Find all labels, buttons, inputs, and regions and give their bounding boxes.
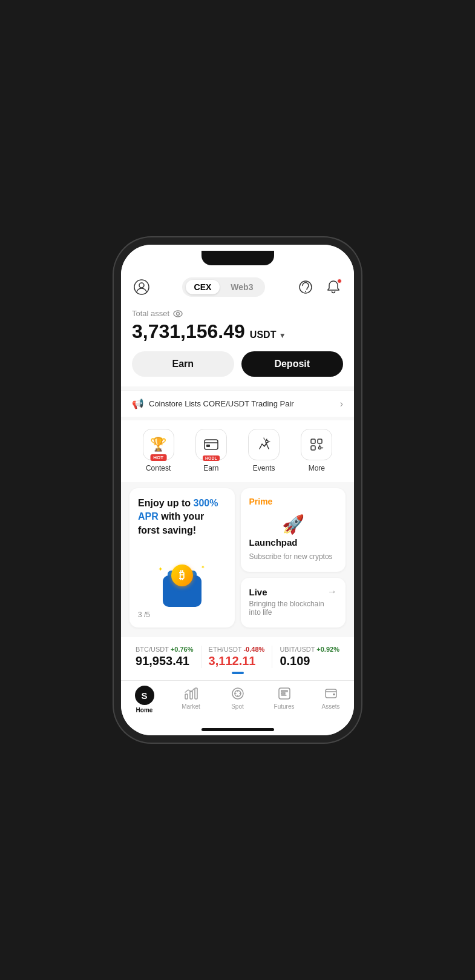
price-ticker: BTC/USDT +0.76% 91,953.41 ETH/USDT -0.48… bbox=[121, 637, 354, 680]
announcement-banner[interactable]: 📢 Coinstore Lists CORE/USDT Trading Pair… bbox=[121, 390, 354, 417]
svg-rect-11 bbox=[311, 446, 315, 450]
asset-currency: USDT ▼ bbox=[250, 329, 286, 340]
futures-label: Futures bbox=[274, 703, 295, 710]
scroll-indicator bbox=[232, 672, 244, 674]
svg-rect-20 bbox=[333, 694, 335, 695]
live-card-header: Live → bbox=[249, 586, 338, 597]
svg-point-3 bbox=[305, 291, 306, 292]
bitcoin-wallet-illustration: ✦ ✦ ₿ bbox=[138, 564, 226, 607]
svg-rect-14 bbox=[190, 691, 192, 699]
svg-rect-15 bbox=[195, 688, 197, 699]
notification-button[interactable] bbox=[324, 277, 343, 297]
asset-amount: 3,731,156.49 USDT ▼ bbox=[132, 320, 343, 343]
page-dot bbox=[132, 668, 343, 678]
profile-button[interactable] bbox=[132, 277, 151, 297]
earn-icon: HODL bbox=[195, 429, 227, 460]
earn-promo-card[interactable]: Enjoy up to 300% APR with your forst sav… bbox=[129, 488, 235, 627]
more-icon bbox=[301, 429, 332, 460]
apr-highlight: 300% APR bbox=[138, 498, 218, 521]
svg-rect-6 bbox=[205, 440, 218, 449]
exchange-toggle[interactable]: CEX Web3 bbox=[182, 277, 266, 297]
sparkle-2: ✦ bbox=[201, 564, 205, 570]
support-button[interactable] bbox=[296, 277, 315, 297]
eth-price: 3,112.11 bbox=[209, 654, 265, 668]
svg-rect-9 bbox=[311, 439, 315, 443]
app-content: CEX Web3 bbox=[121, 271, 354, 680]
assets-label: Assets bbox=[321, 703, 339, 710]
spot-label: Spot bbox=[231, 703, 244, 710]
nav-assets[interactable]: Assets bbox=[307, 686, 354, 713]
svg-rect-7 bbox=[206, 445, 210, 447]
live-arrow: → bbox=[327, 586, 337, 597]
ticker-row: BTC/USDT +0.76% 91,953.41 ETH/USDT -0.48… bbox=[132, 646, 343, 668]
market-icon bbox=[183, 686, 199, 701]
earn-button[interactable]: Earn bbox=[132, 351, 234, 377]
eth-ticker[interactable]: ETH/USDT -0.48% 3,112.11 bbox=[209, 646, 265, 668]
btc-price: 91,953.41 bbox=[136, 654, 193, 668]
home-indicator bbox=[121, 723, 354, 735]
currency-dropdown[interactable]: ▼ bbox=[279, 331, 286, 340]
quick-item-events[interactable]: Events bbox=[248, 429, 280, 472]
quick-links: 🏆 HOT Contest HODL Earn bbox=[121, 420, 354, 482]
status-bar bbox=[121, 245, 354, 271]
more-label: More bbox=[309, 464, 325, 472]
bitcoin-coin: ₿ bbox=[171, 564, 193, 586]
web3-tab[interactable]: Web3 bbox=[222, 280, 261, 294]
quick-item-earn[interactable]: HODL Earn bbox=[195, 429, 227, 472]
svg-point-8 bbox=[266, 440, 268, 443]
quick-item-contest[interactable]: 🏆 HOT Contest bbox=[143, 429, 174, 472]
home-icon: S bbox=[135, 686, 154, 705]
events-icon bbox=[248, 429, 280, 460]
sparkle-1: ✦ bbox=[158, 566, 163, 572]
asset-label: Total asset bbox=[132, 309, 343, 318]
live-title: Live bbox=[249, 587, 267, 597]
header: CEX Web3 bbox=[121, 271, 354, 302]
svg-point-5 bbox=[177, 312, 180, 315]
svg-point-1 bbox=[139, 283, 144, 288]
home-bar bbox=[201, 728, 274, 731]
rocket-icon: 🚀 bbox=[249, 514, 338, 535]
earn-card-title: Enjoy up to 300% APR with your forst sav… bbox=[138, 497, 226, 537]
svg-point-16 bbox=[232, 688, 243, 699]
card-counter: 3 /5 bbox=[138, 611, 226, 619]
contest-label: Contest bbox=[146, 464, 171, 472]
cards-section: Enjoy up to 300% APR with your forst sav… bbox=[121, 482, 354, 634]
launchpad-title: Launchpad bbox=[249, 537, 338, 548]
earn-quick-label: Earn bbox=[203, 464, 218, 472]
svg-rect-18 bbox=[279, 688, 290, 699]
ubit-ticker[interactable]: UBIT/USDT +0.92% 0.109 bbox=[280, 646, 339, 668]
nav-spot[interactable]: Spot bbox=[214, 686, 261, 713]
launchpad-card[interactable]: Prime 🚀 Launchpad Subscribe for new cryp… bbox=[241, 488, 346, 572]
announcement-chevron: › bbox=[340, 399, 343, 409]
announcement-text: Coinstore Lists CORE/USDT Trading Pair bbox=[149, 399, 294, 408]
btc-change: +0.76% bbox=[171, 646, 194, 653]
ubit-pair: UBIT/USDT +0.92% bbox=[280, 646, 339, 653]
spot-icon bbox=[230, 686, 246, 701]
home-label: Home bbox=[136, 707, 153, 713]
nav-futures[interactable]: Futures bbox=[261, 686, 307, 713]
btc-ticker[interactable]: BTC/USDT +0.76% 91,953.41 bbox=[136, 646, 193, 668]
ticker-divider-2 bbox=[272, 646, 272, 668]
btc-pair: BTC/USDT +0.76% bbox=[136, 646, 193, 653]
ticker-divider-1 bbox=[201, 646, 201, 668]
ubit-price: 0.109 bbox=[280, 654, 339, 668]
announcement-content: 📢 Coinstore Lists CORE/USDT Trading Pair bbox=[132, 398, 294, 409]
live-subtitle: Bringing the blockchain into life bbox=[249, 600, 338, 617]
nav-market[interactable]: Market bbox=[168, 686, 214, 713]
eth-pair: ETH/USDT -0.48% bbox=[209, 646, 265, 653]
hodl-badge: HODL bbox=[203, 455, 220, 461]
quick-item-more[interactable]: More bbox=[301, 429, 332, 472]
svg-rect-10 bbox=[318, 439, 322, 443]
notification-dot bbox=[337, 279, 342, 283]
eth-change: -0.48% bbox=[243, 646, 264, 653]
cex-tab[interactable]: CEX bbox=[186, 280, 220, 294]
nav-home[interactable]: S Home bbox=[121, 686, 168, 713]
prime-label: Prime bbox=[249, 497, 338, 506]
futures-icon bbox=[277, 686, 292, 701]
svg-rect-13 bbox=[185, 694, 188, 699]
events-label: Events bbox=[253, 464, 275, 472]
svg-point-12 bbox=[319, 447, 321, 449]
live-card[interactable]: Live → Bringing the blockchain into life bbox=[241, 578, 346, 627]
deposit-button[interactable]: Deposit bbox=[241, 351, 344, 377]
action-buttons: Earn Deposit bbox=[132, 343, 343, 377]
